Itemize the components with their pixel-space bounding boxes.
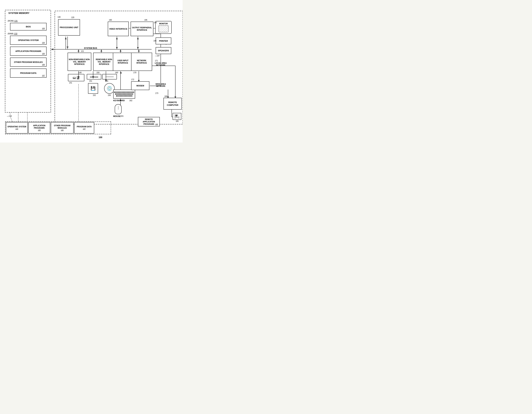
bottom-data-box: PROGRAM DATA 147 [74,122,94,134]
ref-141: 141 [69,82,72,84]
svg-marker-4 [67,47,68,48]
svg-marker-18 [138,50,140,51]
ref-180: 180 [164,95,168,97]
ref-140: 140 [78,72,82,74]
main-ref: 100 [99,136,102,139]
keyboard-label: KEYBOARD [113,99,125,102]
lan-label: LOCAL AREA NETWORK [153,62,168,66]
ref-120: 120 [71,16,74,19]
ref-196: 196 [153,40,157,42]
ref-171: 171 [155,60,158,62]
ref-173: 173 [155,92,158,94]
svg-marker-24 [137,47,139,49]
mouse-label: MOUSE [113,115,121,117]
non-removable-box: NON-REMOVABLE NON-VOL. MEMORY INTERFACE [67,53,91,71]
ref-197: —197 [155,55,160,57]
removable-box: REMOVABLE NON-VOL. MEMORY INTERFACE [93,53,115,71]
bios-box: BIOS 133 [10,23,47,30]
ref-191: 191 [154,21,157,24]
svg-marker-6 [65,38,67,39]
svg-marker-9 [78,50,79,51]
ref-151: 151 [89,80,92,82]
cd-drive: ═══════ [102,74,117,79]
ref-121: 121 [81,50,84,52]
bottom-modules-box: OTHER PROGRAM MODULES 146 [51,122,74,134]
os-box: OPERATING SYSTEM 134 [10,36,47,45]
architecture-diagram: SYSTEM MEMORY (ROM) 131 BIOS 133 (RAM) 1… [0,0,183,143]
svg-marker-44 [120,72,122,73]
floppy-disk-icon: 💾 [88,83,98,94]
ref-162: 162 [129,100,133,102]
bottom-app-box: APPLICATION PROGRAMS 145 [28,122,50,134]
remote-app-box: REMOTE APPLICATION PROGRAMS 185 [138,117,160,126]
ref-160: 160 [115,72,118,74]
ref-170: 170 [133,72,136,74]
network-interface-box: NETWORK INTERFACE [131,53,152,71]
ref-161: 161 [121,115,124,117]
output-peripheral-box: OUTPUT PERIPHERAL INTERFACE [131,21,153,36]
processing-unit-box: PROCESSING UNIT [58,19,80,36]
floppy-drive: ▬▬▬▬▬ [87,74,101,79]
app-programs-box: APPLICATION PROGRAMS 135 [10,47,47,56]
video-interface-box: VIDEO INTERFACE [108,21,129,36]
system-memory-title: SYSTEM MEMORY [7,11,31,15]
mouse-device [115,104,122,114]
program-data-box: PROGRAM DATA 137 [10,68,47,78]
keyboard-device [113,89,135,99]
remote-computer-box: REMOTE COMPUTER [163,98,182,110]
modem-box: MODEM [131,81,149,90]
wan-label: WIDE AREA NETWORK [153,83,168,87]
system-bus-label: SYSTEM BUS [84,47,97,49]
ref-155: 155 [105,80,108,82]
svg-marker-21 [116,47,118,49]
ref-130: 130 [57,16,61,18]
speakers-box: SPEAKERS [156,47,171,54]
ref-195: 195 [144,19,147,21]
ref-190: 190 [109,19,112,21]
svg-marker-20 [116,38,118,39]
rom-label: (ROM) 131 [8,20,18,22]
ref-172: 172 [131,78,134,81]
svg-marker-15 [120,50,122,51]
ref-152: 152 [93,94,96,96]
ref-156: 156 [108,94,111,96]
ram-label: (RAM) 132 [8,32,17,35]
ref-181: 181 [176,120,179,122]
hdd-device: 🖴 ╠═╣║▓║ [68,74,84,81]
svg-marker-12 [100,50,102,51]
svg-marker-26 [51,48,53,50]
monitor-box: MONITOR [155,21,172,34]
ref-110: —110 [7,115,12,117]
svg-marker-23 [137,38,139,39]
other-modules-box: OTHER PROGRAM MODULES 136 [10,58,47,67]
printer-box: PRINTER [156,38,171,44]
remote-hdd-icon: ╠▓╣║══║ [173,113,181,120]
user-input-box: USER INPUT INTERFACE [113,53,133,71]
bottom-os-box: OPERATING SYSTEM 144 [6,122,28,134]
ref-150: 150 [96,72,100,74]
